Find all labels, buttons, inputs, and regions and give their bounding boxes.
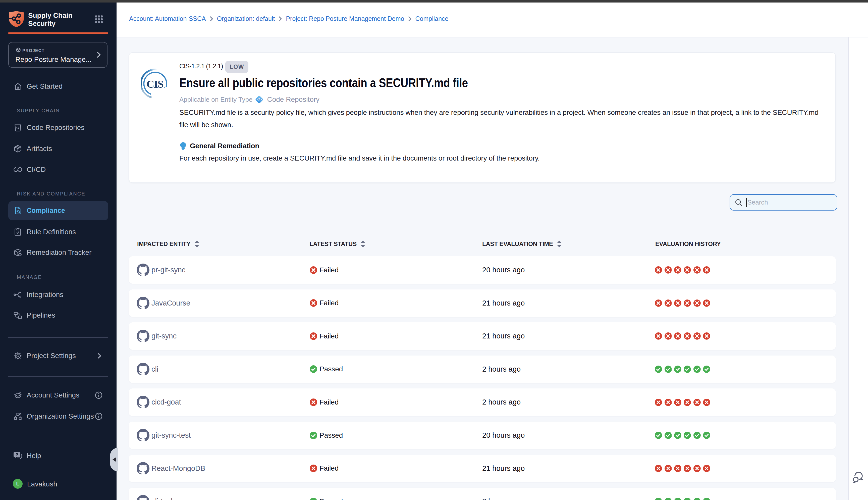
svg-text:</>: </> <box>257 98 262 102</box>
svg-text:CIS: CIS <box>147 78 163 90</box>
